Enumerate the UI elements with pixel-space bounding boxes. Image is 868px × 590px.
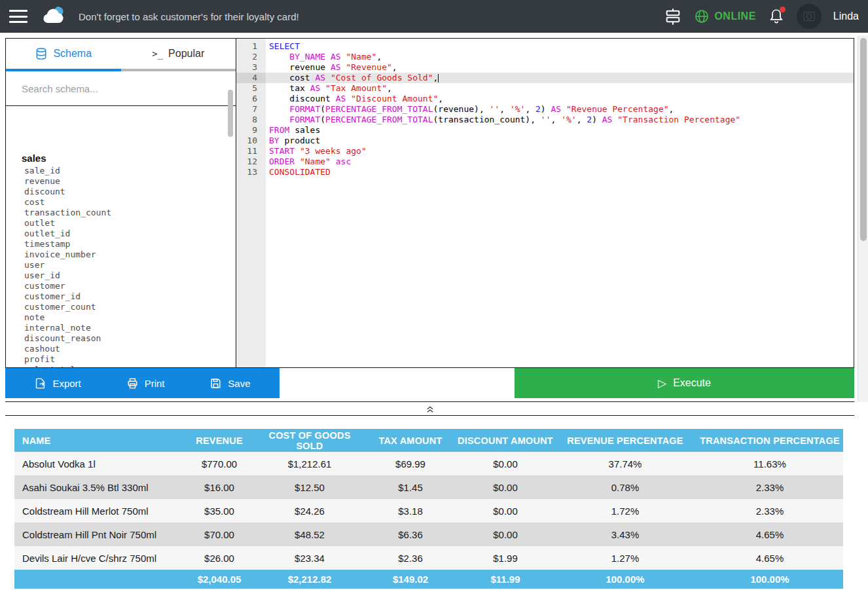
totals-cell: $2,040.05	[183, 570, 255, 589]
table-cell: 0.78%	[554, 475, 696, 499]
totals-cell	[14, 570, 183, 589]
print-label: Print	[145, 378, 165, 389]
schema-field[interactable]: timestamp	[22, 239, 236, 249]
column-header[interactable]: NAME	[14, 429, 183, 452]
top-bar: Don't forget to ask customer's for their…	[0, 0, 868, 33]
collapse-results-strip[interactable]	[5, 401, 854, 416]
table-cell: $70.00	[183, 523, 255, 546]
code-line[interactable]: 8 FORMAT(PERCENTAGE_FROM_TOTAL(transacti…	[236, 115, 854, 125]
line-number: 1	[236, 41, 266, 52]
save-button[interactable]: Save	[209, 377, 250, 390]
main-panels: Schema >_ Popular sales sale_idrevenuedi…	[5, 38, 854, 368]
column-header[interactable]: REVENUE	[183, 429, 255, 452]
table-row[interactable]: Devils Lair H/cve C/shrz 750ml$26.00$23.…	[14, 546, 843, 570]
schema-scrollbar-thumb[interactable]	[228, 90, 233, 137]
schema-field[interactable]: sale_id	[22, 166, 236, 176]
print-button[interactable]: Print	[126, 377, 165, 390]
schema-field[interactable]: discount_reason	[22, 333, 236, 344]
line-number: 10	[236, 136, 266, 146]
code-line[interactable]: 7 FORMAT(PERCENTAGE_FROM_TOTAL(revenue),…	[236, 104, 854, 115]
code-line[interactable]: 5 tax AS "Tax Amount",	[236, 83, 854, 94]
line-number: 4	[236, 73, 266, 83]
line-number: 11	[236, 146, 266, 157]
column-header[interactable]: TRANSACTION PERCENTAGE	[696, 429, 843, 452]
line-number: 7	[236, 104, 266, 115]
table-cell: 4.65%	[696, 546, 843, 570]
line-number: 3	[236, 62, 266, 73]
code-line[interactable]: 2 BY_NAME AS "Name",	[236, 52, 854, 62]
schema-field[interactable]: cost	[22, 197, 236, 208]
schema-field[interactable]: revenue	[22, 176, 236, 187]
action-toolbar: Export Print	[5, 368, 854, 398]
execute-label: Execute	[673, 377, 711, 389]
terminal-prompt-icon: >_	[152, 48, 163, 59]
table-cell: $35.00	[183, 499, 255, 523]
line-number: 9	[236, 125, 266, 136]
notification-badge	[780, 7, 786, 12]
schema-field[interactable]: sale_total	[22, 365, 236, 367]
schema-field[interactable]: note	[22, 312, 236, 323]
code-line[interactable]: 12ORDER "Name" asc	[236, 157, 854, 167]
app-logo-cloud-icon[interactable]	[41, 5, 67, 28]
notifications-bell-icon[interactable]	[768, 8, 785, 25]
schema-field[interactable]: customer_id	[22, 291, 236, 302]
line-number: 2	[236, 52, 266, 62]
schema-field[interactable]: internal_note	[22, 323, 236, 333]
schema-field[interactable]: transaction_count	[22, 208, 236, 218]
table-cell: $12.50	[255, 475, 364, 499]
column-header[interactable]: DISCOUNT AMOUNT	[457, 429, 554, 452]
export-button[interactable]: Export	[34, 377, 81, 390]
schema-table-name[interactable]: sales	[22, 153, 236, 164]
schema-field[interactable]: invoice_number	[22, 249, 236, 260]
table-cell: Devils Lair H/cve C/shrz 750ml	[14, 546, 183, 570]
schema-field[interactable]: outlet	[22, 218, 236, 229]
code-line[interactable]: 6 discount AS "Discount Amount",	[236, 94, 854, 104]
hamburger-menu-icon[interactable]	[9, 10, 27, 23]
export-label: Export	[52, 378, 81, 389]
announcement-text: Don't forget to ask customer's for their…	[79, 11, 299, 22]
table-row[interactable]: Asahi Soukai 3.5% Btl 330ml$16.00$12.50$…	[14, 475, 843, 499]
execute-button[interactable]: ▷ Execute	[515, 368, 854, 398]
column-header[interactable]: REVENUE PERCENTAGE	[554, 429, 696, 452]
query-editor[interactable]: 1SELECT2 BY_NAME AS "Name",3 revenue AS …	[236, 39, 854, 367]
code-line[interactable]: 10BY product	[236, 136, 854, 146]
toolbar-gap	[280, 368, 515, 398]
table-cell: $1,212.61	[255, 452, 364, 475]
schema-field[interactable]: outlet_id	[22, 229, 236, 239]
code-line[interactable]: 11START "3 weeks ago"	[236, 146, 854, 157]
table-cell: $3.18	[364, 499, 457, 523]
page-scrollbar-track[interactable]	[858, 35, 868, 402]
code-line[interactable]: 13CONSOLIDATED	[236, 167, 854, 177]
schema-field[interactable]: profit	[22, 354, 236, 365]
code-line[interactable]: 9FROM sales	[236, 125, 854, 136]
table-cell: 3.43%	[554, 523, 696, 546]
code-line[interactable]: 3 revenue AS "Revenue",	[236, 62, 854, 73]
table-cell: Coldstream Hill Pnt Noir 750ml	[14, 523, 183, 546]
schema-search-input[interactable]	[22, 83, 205, 94]
totals-cell: $2,212.82	[255, 570, 364, 589]
column-header[interactable]: COST OF GOODS SOLD	[255, 429, 364, 452]
schema-field[interactable]: user	[22, 260, 236, 270]
table-cell: 2.33%	[696, 475, 843, 499]
code-line[interactable]: 4 cost AS "Cost of Goods Sold",	[236, 73, 854, 83]
code-area[interactable]: 1SELECT2 BY_NAME AS "Name",3 revenue AS …	[236, 39, 854, 177]
tab-schema[interactable]: Schema	[6, 39, 121, 69]
results-table: NAMEREVENUECOST OF GOODS SOLDTAX AMOUNTD…	[14, 429, 843, 589]
table-row[interactable]: Coldstream Hill Pnt Noir 750ml$70.00$48.…	[14, 523, 843, 546]
table-row[interactable]: Absolut Vodka 1l$770.00$1,212.61$69.99$0…	[14, 452, 843, 475]
schema-field[interactable]: discount	[22, 187, 236, 197]
column-header[interactable]: TAX AMOUNT	[364, 429, 457, 452]
schema-field[interactable]: customer	[22, 281, 236, 291]
page-scrollbar-thumb[interactable]	[860, 38, 867, 241]
line-number: 8	[236, 115, 266, 125]
play-icon: ▷	[658, 378, 666, 389]
table-row[interactable]: Coldstream Hill Merlot 750ml$35.00$24.26…	[14, 499, 843, 523]
signpost-icon[interactable]	[664, 7, 682, 26]
schema-field[interactable]: customer_count	[22, 302, 236, 312]
tab-popular[interactable]: >_ Popular	[121, 39, 236, 69]
user-avatar[interactable]	[797, 4, 822, 29]
online-status-label: ONLINE	[714, 10, 755, 22]
schema-field[interactable]: cashout	[22, 344, 236, 354]
code-line[interactable]: 1SELECT	[236, 41, 854, 52]
schema-field[interactable]: user_id	[22, 270, 236, 281]
